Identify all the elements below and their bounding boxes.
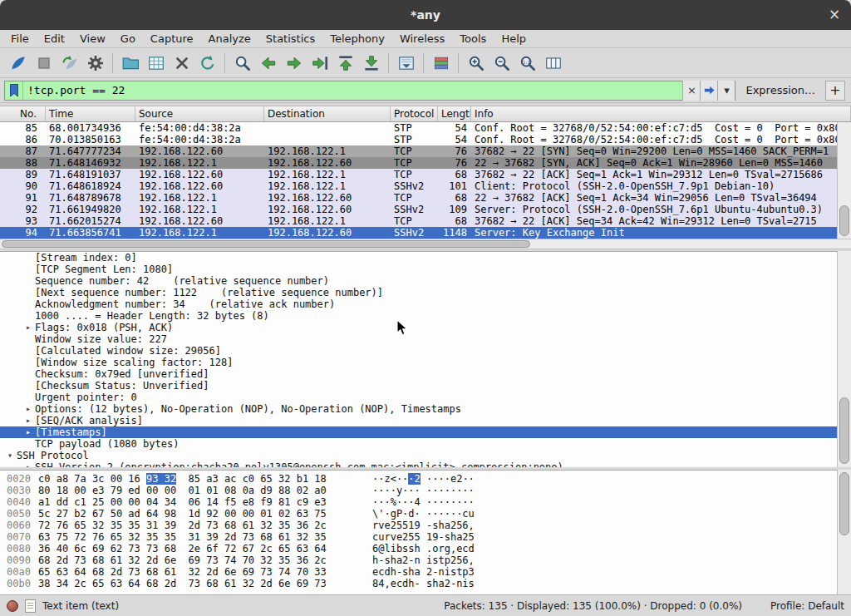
packet-row[interactable]: 9071.648618924192.168.122.60192.168.122.…	[0, 180, 837, 192]
hex-bytes[interactable]: 38 34 2c 65 63 64 68 2d 73 68 61 32 2d 6…	[38, 578, 327, 589]
hex-ascii[interactable]: curve255 19-sha25	[372, 531, 475, 543]
close-file-button[interactable]	[169, 51, 194, 75]
auto-scroll-button[interactable]	[393, 51, 419, 75]
hex-row[interactable]: 009068 2d 73 68 61 32 2d 6e 69 73 74 70 …	[0, 554, 851, 566]
hex-ascii[interactable]: ····y··· ········	[372, 485, 475, 496]
go-back-button[interactable]	[255, 51, 281, 75]
hex-ascii[interactable]: rve25519 -sha256,	[372, 520, 475, 531]
column-header-no[interactable]: No.	[0, 106, 46, 121]
detail-line[interactable]: ▸SSH Version 2 (encryption:chacha20-poly…	[0, 461, 851, 467]
restart-capture-button[interactable]	[57, 51, 82, 75]
packet-row[interactable]: 9371.662015274192.168.122.60192.168.122.…	[0, 215, 837, 227]
menu-help[interactable]: Help	[494, 31, 534, 47]
find-packet-button[interactable]	[229, 51, 255, 75]
detail-line[interactable]: Checksum: 0x79ed [unverified]	[0, 368, 851, 380]
hex-ascii[interactable]: ···%···4 ········	[372, 496, 475, 508]
hex-ascii[interactable]: ··z<···2 ····e2··	[372, 473, 475, 485]
packet-row[interactable]: 8971.648191037192.168.122.60192.168.122.…	[0, 169, 837, 180]
detail-line[interactable]: [Stream index: 0]	[0, 252, 851, 264]
expand-arrow-icon[interactable]: ▸	[22, 426, 35, 438]
menu-go[interactable]: Go	[113, 31, 143, 47]
packet-row[interactable]: 8670.013850163fe:54:00:d4:38:2aSTP54Conf…	[0, 134, 837, 145]
hex-bytes[interactable]: 5c 27 b2 67 50 ad 64 98 1d 92 00 00 01 0…	[38, 508, 327, 520]
menu-view[interactable]: View	[72, 31, 113, 47]
hex-vscrollbar-thumb[interactable]	[839, 472, 849, 535]
zoom-original-button[interactable]: 1:1	[514, 51, 540, 75]
hex-row[interactable]: 00505c 27 b2 67 50 ad 64 98 1d 92 00 00 …	[0, 508, 851, 520]
column-header-time[interactable]: Time	[46, 106, 135, 121]
go-to-packet-button[interactable]	[307, 51, 332, 75]
menu-file[interactable]: File	[3, 31, 37, 47]
packet-row[interactable]: 9171.648789678192.168.122.1192.168.122.6…	[0, 192, 837, 204]
expert-info-icon[interactable]	[7, 600, 18, 612]
filter-clear-button[interactable]: ×	[682, 81, 700, 101]
menu-edit[interactable]: Edit	[37, 31, 72, 47]
packet-row[interactable]: 9271.661949820192.168.122.1192.168.122.6…	[0, 204, 837, 215]
colorize-packets-button[interactable]	[428, 51, 454, 75]
column-header-protocol[interactable]: Protocol	[391, 106, 438, 121]
detail-line[interactable]: TCP payload (1080 bytes)	[0, 438, 851, 450]
detail-line[interactable]: ▸[SEQ/ACK analysis]	[0, 415, 851, 426]
column-header-length[interactable]: Length	[438, 106, 471, 121]
detail-line[interactable]: Sequence number: 42 (relative sequence n…	[0, 275, 851, 287]
go-last-packet-button[interactable]	[358, 51, 384, 75]
filter-add-button[interactable]: +	[825, 81, 845, 101]
hex-row[interactable]: 006072 76 65 32 35 35 31 39 2d 73 68 61 …	[0, 520, 851, 531]
details-vscrollbar[interactable]	[837, 251, 851, 467]
detail-line[interactable]: Acknowledgment number: 34 (relative ack …	[0, 298, 851, 310]
expression-button[interactable]: Expression…	[735, 84, 825, 96]
menu-analyze[interactable]: Analyze	[201, 31, 258, 47]
packet-row[interactable]: 9471.663856741192.168.122.1192.168.122.6…	[0, 227, 837, 239]
packet-list-vscrollbar[interactable]	[837, 122, 851, 239]
window-close-button[interactable]: ×	[826, 7, 843, 23]
packet-row[interactable]: 8871.648146932192.168.122.1192.168.122.6…	[0, 157, 837, 169]
expand-arrow-icon[interactable]: ▸	[22, 415, 35, 426]
hex-ascii[interactable]: h-sha2-n istp256,	[372, 554, 475, 566]
filter-apply-button[interactable]	[700, 81, 717, 101]
capture-comment-icon[interactable]	[25, 599, 36, 613]
packet-row[interactable]: 8568.001734936fe:54:00:d4:38:2aSTP54Conf…	[0, 122, 837, 134]
packet-list-hscrollbar[interactable]	[0, 239, 851, 249]
display-filter-input[interactable]	[23, 82, 682, 99]
hex-ascii[interactable]: ecdh-sha 2-nistp3	[372, 566, 475, 578]
packet-list-hscrollbar-thumb[interactable]	[2, 240, 530, 248]
detail-line[interactable]: ▸Flags: 0x018 (PSH, ACK)	[0, 322, 851, 333]
detail-line[interactable]: [Checksum Status: Unverified]	[0, 380, 851, 392]
title-bar[interactable]: *any ×	[0, 0, 851, 30]
detail-line[interactable]: [Calculated window size: 29056]	[0, 345, 851, 357]
status-profile[interactable]: Profile: Default	[770, 600, 844, 612]
column-header-info[interactable]: Info	[471, 106, 851, 121]
detail-line[interactable]: Urgent pointer: 0	[0, 392, 851, 403]
capture-options-button[interactable]	[82, 51, 108, 75]
expand-arrow-icon[interactable]: ▸	[22, 322, 35, 333]
hex-bytes[interactable]: 68 2d 73 68 61 32 2d 6e 69 73 74 70 32 3…	[38, 554, 327, 566]
go-first-packet-button[interactable]	[332, 51, 358, 75]
open-file-button[interactable]	[117, 51, 143, 75]
detail-line[interactable]: Window size value: 227	[0, 333, 851, 345]
start-capture-button[interactable]	[5, 51, 31, 75]
go-forward-button[interactable]	[281, 51, 307, 75]
filter-dropdown-button[interactable]: ▾	[717, 81, 735, 101]
menu-capture[interactable]: Capture	[143, 31, 201, 47]
detail-line[interactable]: ▾SSH Protocol	[0, 450, 851, 461]
packet-row[interactable]: 8771.647777234192.168.122.60192.168.122.…	[0, 145, 837, 157]
detail-line[interactable]: [Next sequence number: 1122 (relative se…	[0, 287, 851, 298]
hex-row[interactable]: 003080 18 00 e3 79 ed 00 00 01 01 08 0a …	[0, 485, 851, 496]
zoom-in-button[interactable]	[463, 51, 489, 75]
detail-line[interactable]: [TCP Segment Len: 1080]	[0, 264, 851, 275]
hex-bytes[interactable]: a1 dd c1 25 00 00 04 34 06 14 f5 e8 f9 8…	[38, 496, 327, 508]
stop-capture-button[interactable]	[31, 51, 57, 75]
hex-bytes[interactable]: c0 a8 7a 3c 00 16 93 32 85 a3 ac c0 65 3…	[38, 473, 327, 485]
hex-vscrollbar[interactable]	[837, 470, 851, 594]
menu-wireless[interactable]: Wireless	[392, 31, 452, 47]
reload-file-button[interactable]	[194, 51, 220, 75]
detail-line[interactable]: [Window size scaling factor: 128]	[0, 357, 851, 368]
expand-arrow-icon[interactable]: ▸	[22, 403, 35, 415]
details-vscrollbar-thumb[interactable]	[839, 397, 849, 464]
menu-tools[interactable]: Tools	[452, 31, 494, 47]
hex-bytes[interactable]: 36 40 6c 69 62 73 73 68 2e 6f 72 67 2c 6…	[38, 543, 327, 554]
hex-bytes[interactable]: 65 63 64 68 2d 73 68 61 32 2d 6e 69 73 7…	[38, 566, 327, 578]
expand-arrow-icon[interactable]: ▾	[3, 450, 17, 461]
column-header-source[interactable]: Source	[135, 106, 264, 121]
menu-statistics[interactable]: Statistics	[258, 31, 322, 47]
